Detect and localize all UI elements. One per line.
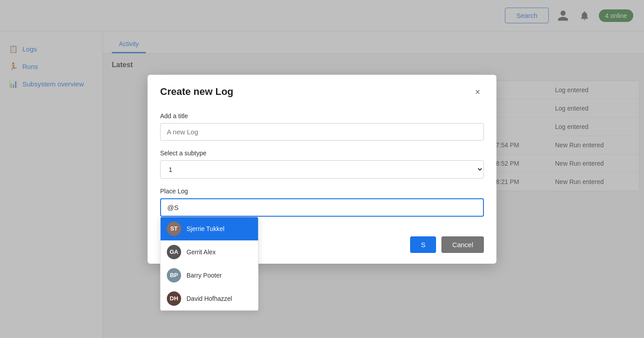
subtype-field-group: Select a subtype 1 2 3 <box>160 150 484 179</box>
user-name-sjerrie: Sjerrie Tukkel <box>186 225 225 232</box>
dropdown-item-david[interactable]: DH David Hofhazzel <box>161 287 258 310</box>
title-label: Add a title <box>160 112 484 120</box>
modal-title: Create new Log <box>160 86 233 98</box>
title-field-group: Add a title <box>160 112 484 141</box>
user-name-gerrit: Gerrit Alex <box>186 248 216 256</box>
title-input[interactable] <box>160 123 484 141</box>
subtype-label: Select a subtype <box>160 150 484 157</box>
place-log-label: Place Log <box>160 188 484 195</box>
avatar-david: DH <box>167 291 181 306</box>
modal-header: Create new Log × <box>148 75 496 105</box>
modal-body: Add a title Select a subtype 1 2 3 Place… <box>148 105 496 236</box>
dropdown-item-gerrit[interactable]: GA Gerrit Alex <box>161 240 258 264</box>
user-name-barry: Barry Pooter <box>186 272 222 279</box>
user-dropdown: ST Sjerrie Tukkel GA Gerrit Alex BP Barr… <box>160 217 258 311</box>
place-log-field-group: Place Log ST Sjerrie Tukkel GA Gerrit Al… <box>160 188 484 217</box>
subtype-select[interactable]: 1 2 3 <box>160 160 484 179</box>
cancel-button[interactable]: Cancel <box>441 236 484 253</box>
modal-close-button[interactable]: × <box>471 86 484 98</box>
avatar-gerrit: GA <box>167 245 181 259</box>
user-name-david: David Hofhazzel <box>186 295 232 302</box>
save-button[interactable]: S <box>410 236 436 253</box>
place-log-input[interactable] <box>160 198 484 217</box>
dropdown-item-sjerrie[interactable]: ST Sjerrie Tukkel <box>161 217 258 240</box>
create-log-modal: Create new Log × Add a title Select a su… <box>148 75 496 264</box>
dropdown-item-barry[interactable]: BP Barry Pooter <box>161 264 258 287</box>
avatar-sjerrie: ST <box>167 222 181 236</box>
avatar-barry: BP <box>167 268 181 282</box>
